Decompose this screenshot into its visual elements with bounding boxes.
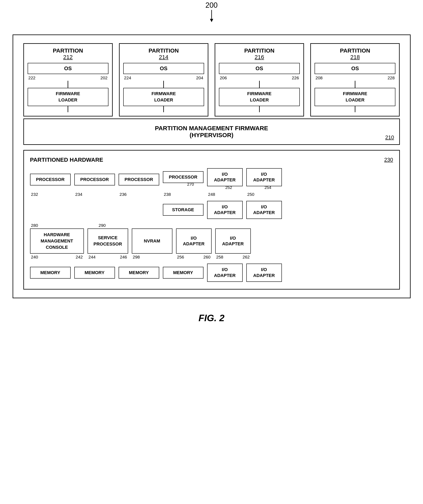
ref-206: 206 xyxy=(220,75,227,80)
partition-216-firmware: FIRMWARELOADER xyxy=(219,88,300,106)
partitions-row: PARTITION 212 OS 222 202 FIRMWARELOADER … xyxy=(23,43,400,116)
ref-222: 222 xyxy=(28,75,36,80)
partition-214-title: PARTITION xyxy=(123,48,204,54)
ref-270: 270 xyxy=(187,182,194,187)
memory-246-298: MEMORY xyxy=(163,267,203,279)
io-adapter-row2-right: I/OADAPTER xyxy=(246,201,282,219)
storage-box: STORAGE xyxy=(163,204,203,216)
partition-218: PARTITION 218 OS 208 228 FIRMWARELOADER xyxy=(310,43,400,116)
partition-216: PARTITION 216 OS 206 226 FIRMWARELOADER xyxy=(215,43,304,116)
hypervisor-number: 210 xyxy=(385,134,394,141)
partition-214: PARTITION 214 OS 224 204 FIRMWARELOADER xyxy=(119,43,208,116)
ref-256: 256 xyxy=(177,255,184,259)
ref-224: 224 xyxy=(124,75,131,80)
main-container: PARTITION 212 OS 222 202 FIRMWARELOADER … xyxy=(12,35,411,298)
ref-242: 242 xyxy=(75,255,83,259)
ref-290-label: 290 xyxy=(99,223,106,228)
io-adapter-row4-left: I/OADAPTER xyxy=(207,264,243,282)
diagram-ref-number: 200 xyxy=(205,1,217,9)
partition-218-title: PARTITION xyxy=(315,48,395,54)
ref-244: 244 xyxy=(89,255,96,259)
memory-244: MEMORY xyxy=(119,267,159,279)
page: 200 PARTITION 212 OS 222 202 xyxy=(0,0,423,504)
hw-row-1-labels: 232 234 236 238 248 250 xyxy=(30,192,393,197)
partition-212-title: PARTITION xyxy=(28,48,108,54)
ref-250: 250 xyxy=(247,192,254,197)
processor-238-270: PROCESSOR 270 xyxy=(163,171,203,188)
memory-240: MEMORY xyxy=(30,267,71,279)
hw-row-3: HARDWAREMANAGEMENTCONSOLE SERVICEPROCESS… xyxy=(30,228,393,254)
ref-208: 208 xyxy=(315,75,323,80)
partition-212: PARTITION 212 OS 222 202 FIRMWARELOADER xyxy=(23,43,113,116)
io-adapter-row2-left: I/OADAPTER xyxy=(207,201,243,219)
io-adapter-row3-right: I/OADAPTER xyxy=(215,228,251,254)
partition-218-firmware: FIRMWARELOADER xyxy=(315,88,395,106)
ref-262: 262 xyxy=(242,255,250,259)
ref-254: 254 xyxy=(265,185,271,190)
ref-280-label: 280 xyxy=(31,223,38,228)
ref-298: 298 xyxy=(133,255,140,259)
hw-row-3-bottom-labels: 240 242 244 246 298 256 260 258 262 xyxy=(30,255,393,259)
ref-258: 258 xyxy=(216,255,223,259)
ref-252: 252 xyxy=(225,185,232,190)
svg-marker-1 xyxy=(210,19,213,22)
ref-238: 238 xyxy=(164,192,171,197)
ref-240: 240 xyxy=(31,255,38,259)
io-250-254: I/OADAPTER 254 xyxy=(246,168,282,191)
io-248-252: I/OADAPTER 252 xyxy=(207,168,243,191)
ref-226: 226 xyxy=(292,75,299,80)
partition-212-firmware: FIRMWARELOADER xyxy=(28,88,108,106)
hypervisor-line2: (HYPERVISOR) xyxy=(30,132,393,138)
ref-234: 234 xyxy=(75,192,82,197)
ref-246: 246 xyxy=(120,255,127,259)
ref-260: 260 xyxy=(203,255,210,259)
hypervisor-box: PARTITION MANAGEMENT FIRMWARE (HYPERVISO… xyxy=(23,119,400,145)
ref-248: 248 xyxy=(208,192,215,197)
hw-row-4: MEMORY MEMORY MEMORY MEMORY I/OADAPTER I… xyxy=(30,264,393,282)
fig-caption: FIG. 2 xyxy=(199,312,225,324)
nvram-box: NVRAM xyxy=(132,228,172,254)
ref-232: 232 xyxy=(31,192,38,197)
hypervisor-line1: PARTITION MANAGEMENT FIRMWARE xyxy=(30,125,393,132)
processor-234: PROCESSOR xyxy=(74,174,115,186)
hmc-box: HARDWAREMANAGEMENTCONSOLE xyxy=(30,228,84,254)
hardware-container: PARTITIONED HARDWARE 230 PROCESSOR PROCE… xyxy=(23,150,400,289)
partition-218-number: 218 xyxy=(315,54,395,60)
hw-row-1: PROCESSOR PROCESSOR PROCESSOR PROCESSOR … xyxy=(30,168,393,191)
partition-216-title: PARTITION xyxy=(219,48,300,54)
hardware-title: PARTITIONED HARDWARE xyxy=(30,157,103,163)
hw-row-3-label-row: 280 290 xyxy=(30,223,393,228)
partition-212-number: 212 xyxy=(28,54,108,60)
memory-242: MEMORY xyxy=(74,267,115,279)
partition-214-number: 214 xyxy=(123,54,204,60)
ref-202: 202 xyxy=(100,75,107,80)
processor-232: PROCESSOR xyxy=(30,174,71,186)
partition-218-os: OS xyxy=(315,63,395,74)
io-adapter-row3-left: I/OADAPTER xyxy=(176,228,212,254)
ref-204: 204 xyxy=(196,75,203,80)
ref-228: 228 xyxy=(387,75,395,80)
hardware-number: 230 xyxy=(384,157,393,163)
processor-236: PROCESSOR xyxy=(119,174,159,186)
hw-row-2: . . . STORAGE I/OADAPTER I/OADAPTER xyxy=(30,201,393,219)
arrow-down-icon xyxy=(208,10,215,22)
io-adapter-row4-right: I/OADAPTER xyxy=(246,264,282,282)
partition-212-os: OS xyxy=(28,63,108,74)
partition-216-os: OS xyxy=(219,63,300,74)
partition-216-number: 216 xyxy=(219,54,300,60)
partition-214-os: OS xyxy=(123,63,204,74)
partition-214-firmware: FIRMWARELOADER xyxy=(123,88,204,106)
service-processor-box: SERVICEPROCESSOR xyxy=(87,228,128,254)
ref-236: 236 xyxy=(120,192,127,197)
